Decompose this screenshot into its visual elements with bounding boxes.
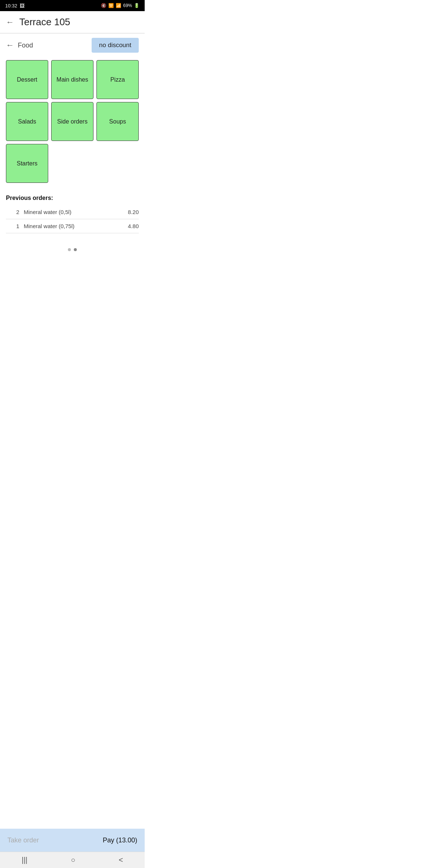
header: ← Terrace 105	[0, 11, 145, 33]
order-name-1: Mineral water (0,75l)	[24, 223, 128, 229]
category-btn-starters[interactable]: Starters	[6, 144, 48, 183]
order-name-0: Mineral water (0,5l)	[24, 209, 128, 215]
previous-orders-section: Previous orders: 2Mineral water (0,5l)8.…	[0, 186, 145, 233]
food-label: Food	[18, 42, 33, 49]
battery-label: 69%	[123, 3, 132, 8]
order-row: 1Mineral water (0,75l)4.80	[6, 219, 139, 233]
status-bar: 10:32 🖼 🔇 🛜 📶 69% 🔋	[0, 0, 145, 11]
category-btn-main-dishes[interactable]: Main dishes	[51, 60, 93, 99]
image-icon: 🖼	[20, 3, 24, 9]
dot-2	[74, 248, 77, 251]
wifi-icon: 🛜	[108, 3, 114, 8]
previous-orders-title: Previous orders:	[6, 195, 139, 201]
pager-dots	[0, 233, 145, 259]
battery-icon: 🔋	[134, 3, 139, 8]
subheader-left: ← Food	[6, 40, 33, 50]
order-list: 2Mineral water (0,5l)8.201Mineral water …	[6, 205, 139, 233]
signal-icon: 📶	[116, 3, 121, 8]
page-title: Terrace 105	[19, 16, 70, 28]
order-row: 2Mineral water (0,5l)8.20	[6, 205, 139, 219]
order-price-0: 8.20	[128, 209, 139, 215]
status-bar-left: 10:32 🖼	[5, 3, 24, 9]
category-btn-soups[interactable]: Soups	[96, 102, 139, 141]
order-qty-1: 1	[6, 223, 19, 229]
category-grid: DessertMain dishesPizzaSaladsSide orders…	[0, 57, 145, 186]
discount-button[interactable]: no discount	[92, 38, 139, 53]
mute-icon: 🔇	[101, 3, 106, 8]
dot-1	[68, 248, 71, 251]
food-back-button[interactable]: ←	[6, 40, 14, 50]
header-back-button[interactable]: ←	[6, 17, 14, 27]
category-btn-side-orders[interactable]: Side orders	[51, 102, 93, 141]
order-qty-0: 2	[6, 209, 19, 215]
status-bar-right: 🔇 🛜 📶 69% 🔋	[101, 3, 139, 8]
category-btn-dessert[interactable]: Dessert	[6, 60, 48, 99]
subheader: ← Food no discount	[0, 33, 145, 57]
category-btn-salads[interactable]: Salads	[6, 102, 48, 141]
time: 10:32	[5, 3, 17, 9]
category-btn-pizza[interactable]: Pizza	[96, 60, 139, 99]
order-price-1: 4.80	[128, 223, 139, 229]
